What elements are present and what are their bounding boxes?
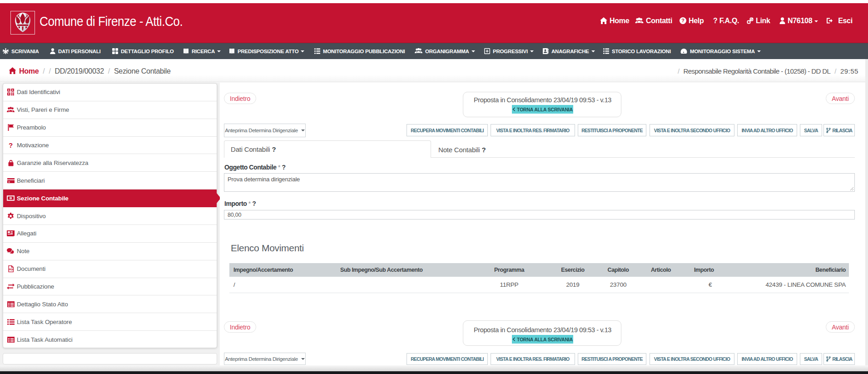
svg-text:PDF: PDF xyxy=(9,268,14,271)
svg-text:?: ? xyxy=(681,18,684,23)
